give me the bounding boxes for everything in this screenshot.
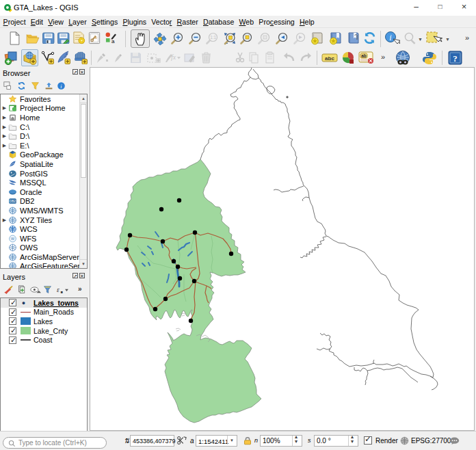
svg-text:ε: ε [57,286,60,293]
svg-text:?: ? [453,53,458,64]
svg-text:ab: ab [361,53,367,58]
svg-text:1:1: 1:1 [210,35,216,40]
svg-text:a: a [111,38,115,44]
svg-text:i: i [60,83,62,90]
svg-text:fx: fx [171,53,176,61]
svg-text:DB2: DB2 [10,200,16,203]
svg-text:abc: abc [325,55,334,62]
svg-text:■: ■ [61,290,64,294]
svg-text:i: i [389,33,391,42]
svg-text:W: W [11,237,14,241]
